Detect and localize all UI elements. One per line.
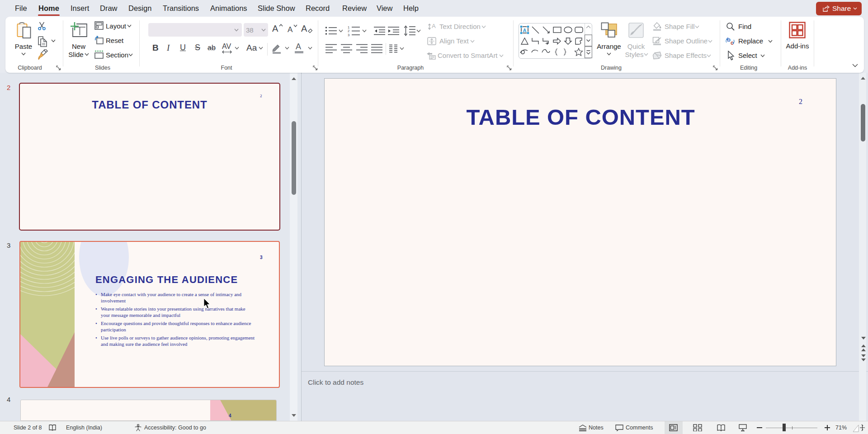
svg-text:3: 3 — [348, 33, 349, 37]
svg-text:b: b — [727, 37, 731, 43]
svg-text:A: A — [523, 28, 527, 33]
svg-text:A: A — [432, 23, 436, 29]
